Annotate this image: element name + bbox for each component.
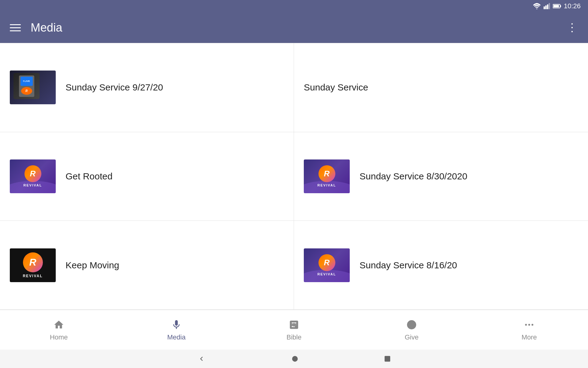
svg-point-0 (536, 8, 537, 9)
signal-icon (544, 3, 550, 9)
bible-icon (288, 319, 300, 331)
more-icon (523, 319, 535, 331)
thumbnail-6: R REVIVAL (304, 248, 350, 282)
thumbnail-1: f LIVE R (10, 71, 56, 104)
media-title-5: Keep Moving (66, 260, 119, 270)
app-bar-left: Media (10, 21, 62, 34)
nav-label-home: Home (50, 333, 68, 341)
bottom-nav: Home Media Bible (0, 310, 588, 350)
svg-rect-13 (385, 356, 390, 362)
status-icons: 10:26 (533, 2, 581, 10)
nav-label-more: More (522, 333, 537, 341)
home-icon (53, 319, 65, 331)
android-nav-bar (0, 350, 588, 368)
android-home-button[interactable] (292, 355, 298, 362)
media-icon (170, 319, 183, 331)
media-item-5[interactable]: R REVIVAL Keep Moving (0, 221, 294, 310)
android-back-button[interactable] (197, 355, 206, 363)
nav-label-bible: Bible (287, 333, 302, 341)
android-recents-button[interactable] (384, 355, 391, 362)
battery-icon (553, 3, 561, 9)
status-bar: 10:26 (0, 0, 588, 12)
svg-rect-7 (560, 5, 561, 7)
time-display: 10:26 (564, 2, 581, 10)
svg-point-11 (532, 324, 533, 326)
media-item-4[interactable]: R REVIVAL Sunday Service 8/30/2020 (294, 132, 588, 221)
menu-button[interactable] (10, 24, 21, 31)
app-bar: Media ⋮ (0, 12, 588, 43)
media-item-2[interactable]: Sunday Service (294, 43, 588, 132)
media-item-3[interactable]: R REVIVAL Get Rooted (0, 132, 294, 221)
media-item-6[interactable]: R REVIVAL Sunday Service 8/16/20 (294, 221, 588, 310)
svg-rect-6 (553, 5, 559, 7)
give-icon (405, 319, 418, 331)
media-title-2: Sunday Service (304, 82, 368, 93)
nav-label-give: Give (405, 333, 418, 341)
nav-item-home[interactable]: Home (0, 319, 118, 341)
media-title-1: Sunday Service 9/27/20 (66, 82, 163, 93)
svg-point-9 (525, 324, 527, 326)
page-title: Media (31, 21, 62, 34)
thumbnail-4: R REVIVAL (304, 159, 350, 193)
svg-point-10 (528, 324, 530, 326)
thumbnail-5: R REVIVAL (10, 248, 56, 282)
svg-rect-4 (548, 3, 550, 9)
nav-item-more[interactable]: More (470, 319, 588, 341)
media-title-3: Get Rooted (66, 171, 112, 182)
more-options-button[interactable]: ⋮ (567, 22, 578, 33)
svg-rect-2 (545, 6, 546, 9)
nav-item-bible[interactable]: Bible (235, 319, 353, 341)
media-title-4: Sunday Service 8/30/2020 (360, 171, 467, 182)
svg-point-12 (292, 356, 298, 362)
nav-label-media: Media (167, 333, 186, 341)
media-grid: f LIVE R Sunday Service 9/27/20 Sunday S… (0, 43, 588, 310)
svg-rect-3 (547, 5, 548, 9)
nav-item-media[interactable]: Media (118, 319, 235, 341)
media-title-6: Sunday Service 8/16/20 (360, 260, 457, 270)
svg-rect-1 (544, 6, 545, 9)
thumbnail-3: R REVIVAL (10, 159, 56, 193)
wifi-icon (533, 3, 541, 9)
nav-item-give[interactable]: Give (353, 319, 470, 341)
media-item-1[interactable]: f LIVE R Sunday Service 9/27/20 (0, 43, 294, 132)
